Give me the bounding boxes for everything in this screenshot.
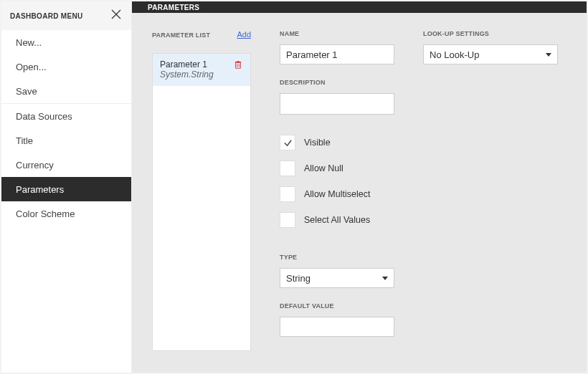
sidebar-item-open[interactable]: Open... (1, 54, 131, 79)
sidebar-item-new[interactable]: New... (1, 30, 131, 54)
sidebar-item-label: Title (16, 135, 33, 146)
fields-column: NAME DESCRIPTION Visible Allow Null (280, 30, 394, 351)
allow-null-checkbox-row[interactable]: Allow Null (280, 160, 394, 176)
chevron-down-icon (382, 277, 388, 280)
lookup-column: LOOK-UP SETTINGS No Look-Up (423, 30, 558, 351)
delete-icon[interactable] (233, 59, 243, 72)
name-field-block: NAME (280, 30, 394, 64)
visible-checkbox-label: Visible (304, 138, 331, 148)
sidebar-menu-group-b: Data Sources Title Currency Parameters C… (1, 104, 131, 226)
checkbox-unchecked-icon (280, 186, 295, 202)
sidebar-item-label: Parameters (16, 184, 64, 195)
page-title: PARAMETERS (148, 4, 199, 11)
checkbox-unchecked-icon (280, 160, 295, 176)
app-window: DASHBOARD MENU New... Open... Save Data … (0, 0, 588, 374)
sidebar-menu-group-a: New... Open... Save (1, 30, 131, 103)
type-field-block: TYPE String (280, 254, 394, 288)
sidebar-item-label: Currency (16, 160, 54, 171)
parameter-item[interactable]: Parameter 1 System.String (153, 54, 250, 86)
sidebar-item-parameters[interactable]: Parameters (1, 177, 131, 201)
select-all-checkbox-label: Select All Values (304, 215, 370, 225)
select-all-checkbox-row[interactable]: Select All Values (280, 212, 394, 228)
main-panel: PARAMETERS PARAMETER LIST Add Parameter … (132, 1, 587, 373)
description-label: DESCRIPTION (280, 79, 394, 86)
type-dropdown[interactable]: String (280, 268, 394, 288)
parameter-item-type: System.String (160, 69, 214, 80)
close-icon[interactable] (110, 8, 123, 24)
checkbox-group: Visible Allow Null Allow Multiselect Sel… (280, 135, 394, 238)
svg-rect-2 (236, 62, 241, 68)
chevron-down-icon (546, 53, 551, 57)
sidebar-item-label: New... (16, 37, 42, 48)
default-value-input[interactable] (280, 317, 394, 337)
description-field-block: DESCRIPTION (280, 79, 394, 115)
checkbox-unchecked-icon (280, 212, 295, 228)
default-value-field-block: DEFAULT VALUE (280, 302, 394, 337)
visible-checkbox-row[interactable]: Visible (280, 135, 394, 150)
allow-null-checkbox-label: Allow Null (304, 163, 343, 173)
sidebar-item-color-scheme[interactable]: Color Scheme (1, 201, 131, 226)
lookup-label: LOOK-UP SETTINGS (423, 30, 558, 37)
lookup-dropdown-value: No Look-Up (430, 49, 479, 60)
default-label: DEFAULT VALUE (280, 302, 394, 310)
type-dropdown-value: String (286, 273, 310, 284)
sidebar-item-currency[interactable]: Currency (1, 153, 131, 177)
description-input[interactable] (280, 93, 394, 115)
sidebar-title: DASHBOARD MENU (10, 12, 82, 20)
sidebar-item-label: Save (16, 86, 37, 97)
sidebar-item-label: Data Sources (16, 111, 72, 122)
sidebar-header: DASHBOARD MENU (1, 1, 131, 30)
name-input[interactable] (280, 44, 394, 64)
allow-multiselect-checkbox-row[interactable]: Allow Multiselect (280, 186, 394, 202)
add-parameter-link[interactable]: Add (237, 30, 251, 39)
sidebar-item-label: Color Scheme (16, 208, 75, 219)
lookup-dropdown[interactable]: No Look-Up (423, 44, 558, 64)
sidebar-item-save[interactable]: Save (1, 79, 131, 103)
sidebar-item-data-sources[interactable]: Data Sources (1, 104, 131, 128)
parameter-list-label: PARAMETER LIST (152, 32, 210, 39)
parameter-list-column: PARAMETER LIST Add Parameter 1 System.St… (152, 30, 251, 351)
content: PARAMETER LIST Add Parameter 1 System.St… (132, 13, 587, 373)
main-header: PARAMETERS (132, 1, 587, 13)
parameter-item-name: Parameter 1 (160, 59, 214, 69)
checkbox-checked-icon (280, 135, 295, 150)
sidebar: DASHBOARD MENU New... Open... Save Data … (1, 1, 132, 373)
type-label: TYPE (280, 254, 394, 261)
parameter-list-header: PARAMETER LIST Add (152, 30, 251, 46)
allow-multiselect-checkbox-label: Allow Multiselect (304, 189, 370, 199)
parameter-item-text: Parameter 1 System.String (160, 59, 214, 80)
sidebar-item-title[interactable]: Title (1, 128, 131, 153)
sidebar-item-label: Open... (16, 62, 47, 72)
parameter-list-box: Parameter 1 System.String (152, 53, 251, 351)
name-label: NAME (280, 30, 394, 37)
